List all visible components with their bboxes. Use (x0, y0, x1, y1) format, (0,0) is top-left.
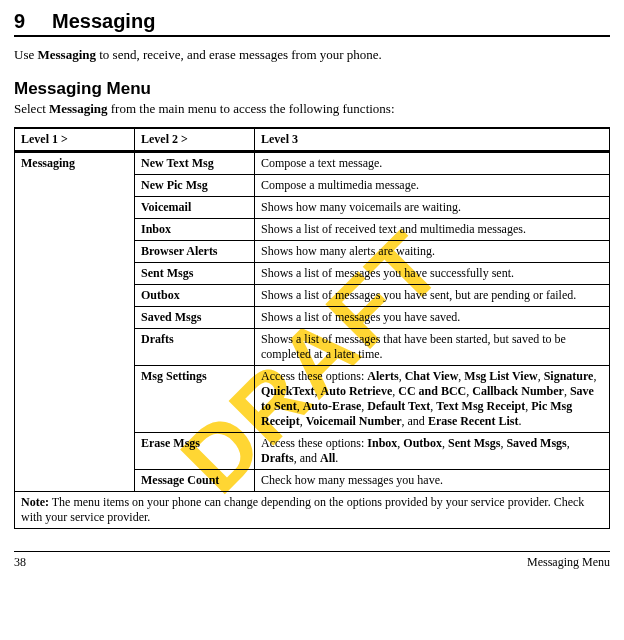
level3-cell: Access these options: Alerts, Chat View,… (255, 366, 610, 433)
level3-cell: Shows a list of messages you have saved. (255, 307, 610, 329)
level2-cell: Voicemail (135, 197, 255, 219)
chapter-title: 9Messaging (14, 10, 610, 33)
chapter-name: Messaging (52, 10, 155, 32)
level3-cell: Shows how many voicemails are waiting. (255, 197, 610, 219)
level3-cell: Shows how many alerts are waiting. (255, 241, 610, 263)
level2-cell: Browser Alerts (135, 241, 255, 263)
section-text: Select Messaging from the main menu to a… (14, 101, 610, 117)
chapter-number: 9 (14, 10, 52, 33)
title-rule (14, 35, 610, 37)
level3-cell: Check how many messages you have. (255, 470, 610, 492)
level2-cell: New Pic Msg (135, 175, 255, 197)
intro-text: Use Messaging to send, receive, and eras… (14, 47, 610, 63)
level3-cell: Shows a list of received text and multim… (255, 219, 610, 241)
page-content: 9Messaging Use Messaging to send, receiv… (14, 10, 610, 570)
page-number: 38 (14, 555, 26, 570)
table-header-row: Level 1 > Level 2 > Level 3 (15, 128, 610, 152)
page-footer: 38 Messaging Menu (14, 551, 610, 570)
level3-cell: Shows a list of messages you have succes… (255, 263, 610, 285)
level3-cell: Shows a list of messages that have been … (255, 329, 610, 366)
level2-cell: Message Count (135, 470, 255, 492)
level2-cell: Msg Settings (135, 366, 255, 433)
footer-label: Messaging Menu (527, 555, 610, 570)
level2-cell: Erase Msgs (135, 433, 255, 470)
header-level3: Level 3 (255, 128, 610, 152)
level2-cell: Sent Msgs (135, 263, 255, 285)
level1-cell: Messaging (15, 152, 135, 492)
level3-cell: Shows a list of messages you have sent, … (255, 285, 610, 307)
level2-cell: Drafts (135, 329, 255, 366)
table-row: MessagingNew Text MsgCompose a text mess… (15, 152, 610, 175)
level3-cell: Access these options: Inbox, Outbox, Sen… (255, 433, 610, 470)
section-heading: Messaging Menu (14, 79, 610, 99)
header-level1: Level 1 > (15, 128, 135, 152)
level3-cell: Compose a text message. (255, 152, 610, 175)
level3-cell: Compose a multimedia message. (255, 175, 610, 197)
level2-cell: Outbox (135, 285, 255, 307)
level2-cell: New Text Msg (135, 152, 255, 175)
menu-table: Level 1 > Level 2 > Level 3 MessagingNew… (14, 127, 610, 529)
level2-cell: Inbox (135, 219, 255, 241)
header-level2: Level 2 > (135, 128, 255, 152)
note-cell: Note: The menu items on your phone can c… (15, 492, 610, 529)
level2-cell: Saved Msgs (135, 307, 255, 329)
table-note-row: Note: The menu items on your phone can c… (15, 492, 610, 529)
